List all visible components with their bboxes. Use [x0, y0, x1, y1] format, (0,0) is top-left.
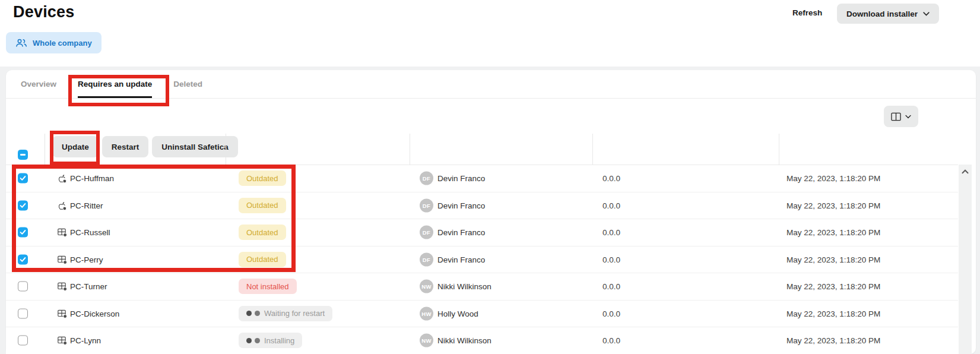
- bulk-update-button[interactable]: Update: [52, 136, 99, 157]
- last-update-timestamp: May 22, 2023, 1:18:20 PM: [786, 255, 880, 264]
- windows-device-icon: [56, 227, 68, 238]
- macos-icon: [56, 173, 68, 184]
- tab-overview[interactable]: Overview: [10, 70, 67, 98]
- device-name: PC-Lynn: [70, 336, 101, 345]
- select-all-checkbox[interactable]: [18, 150, 28, 160]
- device-row[interactable]: PC-Huffman Outdated DF Devin Franco 0.0.…: [6, 165, 958, 192]
- check-icon: [20, 230, 26, 235]
- column-divider: [410, 134, 410, 165]
- status-label: Outdated: [246, 174, 278, 183]
- status-label: Outdated: [246, 228, 278, 237]
- last-update-timestamp: May 22, 2023, 1:18:20 PM: [786, 174, 880, 183]
- chevron-down-icon: [905, 115, 911, 119]
- row-checkbox[interactable]: [18, 308, 28, 318]
- devices-page: Devices Refresh Download installer Whole…: [0, 0, 980, 354]
- tab-deleted[interactable]: Deleted: [163, 70, 213, 98]
- status-label: Installing: [264, 336, 294, 345]
- row-checkbox[interactable]: [18, 282, 28, 292]
- row-checkbox[interactable]: [18, 254, 28, 264]
- macos-device-icon: [56, 200, 68, 211]
- windows-icon: [56, 254, 68, 265]
- check-icon: [20, 203, 26, 208]
- status-label: Outdated: [246, 201, 278, 210]
- agent-version: 0.0.0: [602, 228, 620, 237]
- last-update-timestamp: May 22, 2023, 1:18:20 PM: [786, 309, 880, 318]
- table-scrollbar[interactable]: [959, 165, 972, 354]
- row-checkbox[interactable]: [18, 227, 28, 238]
- scope-filter-label: Whole company: [33, 39, 92, 48]
- user-name: Nikki Wilkinson: [437, 282, 491, 291]
- device-row[interactable]: PC-Dickerson Waiting for restart HW Holl…: [6, 301, 958, 328]
- device-row[interactable]: PC-Russell Outdated DF Devin Franco 0.0.…: [6, 219, 958, 246]
- status-badge: Installing: [239, 333, 302, 348]
- scroll-up-icon: [962, 169, 969, 174]
- windows-device-icon: [56, 308, 68, 319]
- user-name: Holly Wood: [437, 309, 478, 318]
- column-divider: [226, 134, 226, 165]
- windows-icon: [56, 227, 68, 238]
- row-checkbox[interactable]: [18, 200, 28, 210]
- status-label: Outdated: [246, 255, 278, 264]
- progress-dots-icon: [246, 311, 260, 316]
- people-icon: [15, 39, 27, 48]
- status-badge: Outdated: [239, 198, 286, 213]
- last-update-timestamp: May 22, 2023, 1:18:20 PM: [786, 228, 880, 237]
- macos-device-icon: [56, 173, 68, 184]
- agent-version: 0.0.0: [602, 255, 620, 264]
- device-name: PC-Huffman: [70, 174, 114, 183]
- last-update-timestamp: May 22, 2023, 1:18:20 PM: [786, 336, 880, 345]
- columns-icon: [891, 112, 901, 121]
- device-row[interactable]: PC-Perry Outdated DF Devin Franco 0.0.0 …: [6, 246, 958, 274]
- windows-icon: [56, 308, 68, 319]
- status-badge: Waiting for restart: [239, 306, 332, 321]
- row-checkbox[interactable]: [18, 173, 28, 184]
- user-avatar: DF: [420, 172, 433, 185]
- column-divider: [592, 134, 593, 165]
- device-name: PC-Perry: [70, 255, 103, 264]
- macos-icon: [56, 200, 68, 211]
- user-name: Devin Franco: [437, 255, 485, 264]
- progress-dots-icon: [246, 338, 260, 343]
- check-icon: [20, 257, 26, 262]
- page-title: Devices: [13, 3, 74, 21]
- devices-card: OverviewRequires an updateDeleted Update…: [6, 70, 976, 354]
- user-avatar: NW: [420, 334, 433, 347]
- status-label: Not installed: [246, 282, 289, 291]
- windows-device-icon: [56, 335, 68, 346]
- bulk-actions: UpdateRestartUninstall Safetica: [52, 136, 238, 157]
- agent-version: 0.0.0: [602, 336, 620, 345]
- windows-icon: [56, 281, 68, 292]
- user-name: Nikki Wilkinson: [437, 336, 491, 345]
- device-row[interactable]: PC-Turner Not installed NW Nikki Wilkins…: [6, 273, 958, 301]
- device-name: PC-Russell: [70, 228, 110, 237]
- device-name: PC-Ritter: [70, 201, 103, 210]
- download-installer-label: Download installer: [846, 10, 918, 18]
- status-badge: Outdated: [239, 252, 286, 267]
- device-row[interactable]: PC-Lynn Installing NW Nikki Wilkinson 0.…: [6, 327, 958, 354]
- user-name: Devin Franco: [437, 174, 485, 183]
- row-checkbox[interactable]: [18, 336, 28, 346]
- device-table: PC-Huffman Outdated DF Devin Franco 0.0.…: [6, 165, 958, 354]
- download-installer-button[interactable]: Download installer: [837, 4, 939, 24]
- windows-device-icon: [56, 254, 68, 265]
- column-settings-button[interactable]: [884, 106, 918, 127]
- tabs-bar: OverviewRequires an updateDeleted: [6, 70, 976, 99]
- column-divider: [779, 134, 779, 165]
- refresh-button[interactable]: Refresh: [792, 8, 822, 17]
- device-name: PC-Turner: [70, 282, 107, 291]
- last-update-timestamp: May 22, 2023, 1:18:20 PM: [786, 201, 880, 210]
- user-name: Devin Franco: [437, 228, 485, 237]
- scope-filter-chip[interactable]: Whole company: [6, 32, 102, 53]
- agent-version: 0.0.0: [602, 174, 620, 183]
- user-avatar: NW: [420, 280, 433, 293]
- check-icon: [20, 176, 26, 181]
- bulk-restart-button[interactable]: Restart: [102, 136, 149, 157]
- indeterminate-minus-icon: [20, 154, 26, 156]
- user-avatar: DF: [420, 226, 433, 239]
- chevron-down-icon: [923, 12, 930, 16]
- device-row[interactable]: PC-Ritter Outdated DF Devin Franco 0.0.0…: [6, 192, 958, 220]
- status-badge: Not installed: [239, 279, 297, 294]
- agent-version: 0.0.0: [602, 201, 620, 210]
- agent-version: 0.0.0: [602, 309, 620, 318]
- tab-requires-an-update[interactable]: Requires an update: [67, 70, 163, 98]
